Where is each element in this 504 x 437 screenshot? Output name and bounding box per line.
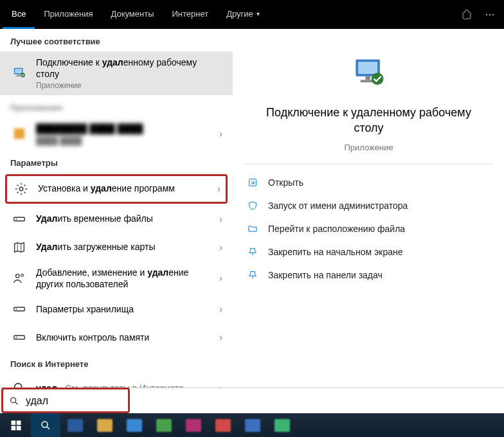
result-delete-maps[interactable]: Удалить загруженные карты › — [0, 233, 233, 262]
open-icon — [246, 176, 259, 189]
chevron-right-icon: › — [219, 242, 222, 253]
svg-point-10 — [21, 274, 24, 276]
map-icon — [10, 238, 28, 256]
chevron-right-icon: › — [219, 129, 222, 139]
chevron-right-icon: › — [219, 383, 222, 388]
result-web-search[interactable]: удал - См. результаты в Интернете › — [0, 374, 233, 388]
app-icon — [10, 125, 28, 143]
storage-icon — [10, 210, 28, 228]
svg-rect-13 — [14, 335, 25, 339]
svg-point-6 — [19, 187, 23, 191]
result-remote-desktop[interactable]: Подключение к удаленному рабочему столу … — [0, 51, 233, 95]
search-bar[interactable] — [0, 388, 504, 413]
feedback-icon[interactable] — [455, 0, 478, 29]
result-storage-settings[interactable]: Параметры хранилища › — [0, 295, 233, 323]
taskbar-app[interactable] — [120, 413, 149, 437]
taskbar-app[interactable] — [267, 413, 297, 437]
svg-rect-24 — [17, 420, 21, 425]
action-pin-taskbar[interactable]: Закрепить на панели задач — [240, 263, 498, 287]
result-title: Добавление, изменение и удаление других … — [36, 267, 214, 290]
taskbar-app[interactable] — [60, 413, 90, 437]
svg-point-27 — [42, 422, 48, 427]
action-run-admin[interactable]: Запуск от имени администратора — [240, 194, 498, 217]
remote-desktop-icon — [10, 64, 28, 82]
svg-point-14 — [16, 337, 17, 338]
section-web: Поиск в Интернете — [0, 352, 233, 374]
taskbar-app[interactable] — [208, 413, 238, 437]
svg-rect-2 — [17, 75, 19, 76]
result-title: удал - См. результаты в Интернете — [36, 382, 214, 388]
action-open[interactable]: Открыть — [240, 171, 498, 194]
result-uninstall-programs[interactable]: Установка и удаление программ › — [7, 176, 226, 202]
preview-app-icon — [240, 55, 498, 93]
shield-icon — [246, 199, 259, 212]
action-pin-start[interactable]: Закрепить на начальном экране — [240, 240, 498, 263]
search-icon — [10, 379, 28, 388]
result-title: Включить контроль памяти — [36, 332, 214, 343]
search-icon — [9, 396, 19, 406]
svg-rect-17 — [358, 62, 377, 74]
search-bar-wrap — [0, 388, 504, 413]
svg-rect-3 — [16, 76, 21, 76]
svg-rect-5 — [14, 129, 25, 139]
result-manage-users[interactable]: Добавление, изменение и удаление других … — [0, 262, 233, 295]
result-title: Удалить временные файлы — [36, 213, 214, 224]
pin-icon — [246, 245, 259, 258]
users-icon — [10, 269, 28, 287]
tab-documents[interactable]: Документы — [102, 0, 163, 29]
svg-rect-23 — [12, 420, 16, 425]
taskbar-search-button[interactable] — [31, 413, 60, 437]
taskbar-app[interactable] — [238, 413, 267, 437]
svg-point-8 — [16, 219, 17, 220]
result-app-blurred[interactable]: ████████ ████ ████████ ████ › — [0, 118, 233, 150]
svg-point-22 — [11, 397, 16, 402]
tab-more[interactable]: Другие▾ — [217, 0, 269, 29]
chevron-down-icon: ▾ — [256, 10, 260, 17]
section-apps: Приложения — [0, 95, 233, 118]
taskbar-app[interactable] — [90, 413, 120, 437]
tab-apps[interactable]: Приложения — [35, 0, 102, 29]
preview-column: Подключение к удаленному рабочему столу … — [233, 29, 504, 388]
divider — [244, 164, 494, 165]
svg-rect-25 — [12, 425, 16, 430]
chevron-right-icon: › — [219, 214, 222, 224]
chevron-right-icon: › — [217, 184, 221, 194]
folder-icon — [246, 222, 259, 235]
section-best-match: Лучшее соответствие — [0, 29, 233, 51]
search-input[interactable] — [26, 395, 495, 407]
preview-title: Подключение к удаленному рабочему столу — [240, 105, 498, 136]
result-subtitle: Приложение — [36, 81, 222, 90]
tab-internet[interactable]: Интернет — [163, 0, 217, 29]
top-tabs-bar: Все Приложения Документы Интернет Другие… — [0, 0, 504, 29]
svg-rect-7 — [14, 217, 25, 221]
taskbar — [0, 413, 504, 437]
result-title: Подключение к удаленному рабочему столу — [36, 57, 222, 80]
result-memory-control[interactable]: Включить контроль памяти › — [0, 323, 233, 352]
result-title: Установка и удаление программ — [38, 183, 212, 194]
chevron-right-icon: › — [219, 332, 222, 343]
taskbar-app[interactable] — [149, 413, 179, 437]
svg-point-9 — [16, 274, 20, 278]
result-delete-temp[interactable]: Удалить временные файлы › — [0, 205, 233, 233]
results-column: Лучшее соответствие Подключение к удален… — [0, 29, 233, 388]
svg-point-20 — [371, 73, 383, 85]
more-options-icon[interactable]: ··· — [478, 0, 501, 29]
highlight-uninstall: Установка и удаление программ › — [5, 174, 228, 204]
tab-all[interactable]: Все — [3, 0, 35, 29]
pin-icon — [246, 269, 259, 281]
start-button[interactable] — [1, 413, 31, 437]
section-settings: Параметры — [0, 150, 233, 173]
svg-point-12 — [16, 308, 17, 310]
storage-icon — [10, 300, 28, 318]
result-title: Параметры хранилища — [36, 303, 214, 315]
gear-icon — [12, 180, 30, 198]
main-content: Лучшее соответствие Подключение к удален… — [0, 29, 504, 388]
chevron-right-icon: › — [219, 304, 222, 314]
svg-rect-26 — [17, 425, 21, 430]
svg-rect-1 — [15, 69, 22, 73]
svg-rect-11 — [14, 307, 25, 311]
action-open-location[interactable]: Перейти к расположению файла — [240, 217, 498, 240]
svg-rect-18 — [365, 76, 370, 80]
taskbar-app[interactable] — [179, 413, 208, 437]
storage-icon — [10, 328, 28, 346]
